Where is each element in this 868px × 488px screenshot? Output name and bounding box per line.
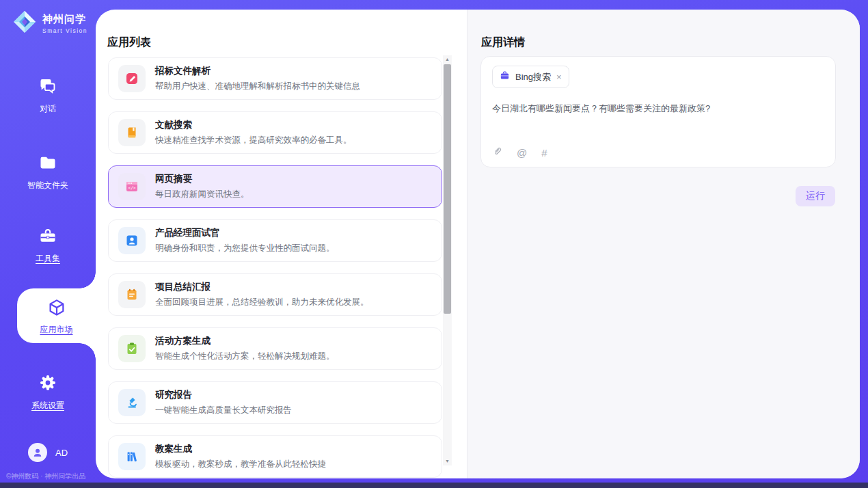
app-detail-section: 应用详情 Bing搜索 × 今日湖北有哪些新闻要点？有哪些需要关注的最新政策? xyxy=(467,10,860,478)
sidebar-item-chat[interactable]: 对话 xyxy=(0,77,96,115)
brand-logo: 神州问学 Smart Vision xyxy=(12,10,87,37)
sidebar-item-label: 智能文件夹 xyxy=(27,180,68,191)
brand-subtitle: Smart Vision xyxy=(42,27,87,34)
microscope-icon xyxy=(118,389,146,416)
briefcase-icon xyxy=(500,70,510,83)
sidebar-item-label: 应用市场 xyxy=(40,324,73,336)
scrollbar-down-icon[interactable]: ▼ xyxy=(443,457,452,465)
app-card-lesson-plan[interactable]: 教案生成 模板驱动，教案秒成，教学准备从此轻松快捷 xyxy=(108,435,442,478)
books-icon xyxy=(118,443,146,470)
copyright-footer: ©神州数码 · 神州问学出品 xyxy=(6,472,85,481)
edit-document-icon xyxy=(118,65,146,92)
app-card-project-summary[interactable]: 项目总结汇报 全面回顾项目进展，总结经验教训，助力未来优化发展。 xyxy=(108,273,442,316)
close-icon[interactable]: × xyxy=(556,72,562,82)
app-desc: 智能生成个性化活动方案，轻松解决规划难题。 xyxy=(155,351,335,362)
app-list-title: 应用列表 xyxy=(107,36,151,50)
app-list-scrollbar[interactable]: ▲ ▼ xyxy=(443,55,452,465)
browser-code-icon: </> xyxy=(118,173,146,200)
prompt-composer[interactable]: Bing搜索 × 今日湖北有哪些新闻要点？有哪些需要关注的最新政策? @ # xyxy=(480,56,836,167)
user-account[interactable]: AD xyxy=(0,443,96,462)
app-list-section: 应用列表 招标文件解析 帮助用户快速、准确地理解和解析招标书中的关键信息 xyxy=(96,10,467,478)
sidebar: 神州问学 Smart Vision 对话 智能文件夹 xyxy=(0,0,96,488)
composer-toolbar: @ # xyxy=(492,146,547,159)
clipboard-check-icon xyxy=(118,335,146,362)
app-title: 文献搜索 xyxy=(155,119,352,131)
notepad-icon xyxy=(118,281,146,308)
app-title: 教案生成 xyxy=(155,443,326,455)
cube-icon xyxy=(46,297,67,321)
chat-icon xyxy=(38,77,57,98)
app-desc: 明确身份和职责，为您提供专业性的面试问题。 xyxy=(155,243,335,254)
sidebar-item-label: 系统设置 xyxy=(31,400,64,411)
sidebar-item-settings[interactable]: 系统设置 xyxy=(0,373,96,411)
app-list: 招标文件解析 帮助用户快速、准确地理解和解析招标书中的关键信息 文献搜索 xyxy=(108,57,442,478)
app-title: 产品经理面试官 xyxy=(155,227,335,239)
brand-name: 神州问学 xyxy=(42,13,87,26)
sidebar-item-label: 工具集 xyxy=(36,253,60,265)
bottom-strip xyxy=(0,483,868,488)
sidebar-item-app-market-active[interactable]: 应用市场 xyxy=(17,288,96,343)
app-card-pm-interviewer[interactable]: 产品经理面试官 明确身份和职责，为您提供专业性的面试问题。 xyxy=(108,219,442,262)
app-desc: 一键智能生成高质量长文本研究报告 xyxy=(155,405,292,416)
app-card-web-summary-selected[interactable]: </> 网页摘要 每日政府新闻资讯快查。 xyxy=(108,165,442,208)
book-icon xyxy=(118,119,146,146)
diamond-logo-icon xyxy=(12,10,37,37)
scrollbar-up-icon[interactable]: ▲ xyxy=(443,55,452,64)
user-initials: AD xyxy=(55,448,68,458)
mention-icon[interactable]: @ xyxy=(517,147,527,159)
app-title: 招标文件解析 xyxy=(155,65,360,77)
app-card-research-report[interactable]: 研究报告 一键智能生成高质量长文本研究报告 xyxy=(108,381,442,424)
app-desc: 全面回顾项目进展，总结经验教训，助力未来优化发展。 xyxy=(155,297,369,308)
run-button[interactable]: 运行 xyxy=(796,186,835,206)
gear-icon xyxy=(38,373,57,395)
scrollbar-thumb[interactable] xyxy=(444,64,451,314)
app-desc: 帮助用户快速、准确地理解和解析招标书中的关键信息 xyxy=(155,81,360,92)
interviewer-icon xyxy=(118,227,146,254)
app-card-literature-search[interactable]: 文献搜索 快速精准查找学术资源，提高研究效率的必备工具。 xyxy=(108,111,442,154)
folder-icon xyxy=(38,153,57,175)
app-title: 网页摘要 xyxy=(155,173,249,185)
avatar[interactable] xyxy=(28,443,47,462)
app-shell: 神州问学 Smart Vision 对话 智能文件夹 xyxy=(0,0,868,488)
app-desc: 每日政府新闻资讯快查。 xyxy=(155,189,249,200)
sidebar-item-toolbox[interactable]: 工具集 xyxy=(0,226,96,265)
app-title: 研究报告 xyxy=(155,389,292,401)
sidebar-item-smart-folder[interactable]: 智能文件夹 xyxy=(0,153,96,191)
app-desc: 快速精准查找学术资源，提高研究效率的必备工具。 xyxy=(155,135,352,146)
app-card-bid-analysis[interactable]: 招标文件解析 帮助用户快速、准确地理解和解析招标书中的关键信息 xyxy=(108,57,442,100)
tool-tag-label: Bing搜索 xyxy=(515,71,551,83)
hash-icon[interactable]: # xyxy=(541,147,547,159)
tool-tag-bing-search[interactable]: Bing搜索 × xyxy=(492,66,569,88)
app-title: 项目总结汇报 xyxy=(155,281,369,293)
toolbox-icon xyxy=(38,226,57,248)
paperclip-icon[interactable] xyxy=(492,146,502,159)
app-desc: 模板驱动，教案秒成，教学准备从此轻松快捷 xyxy=(155,459,326,470)
main-panel: 应用列表 招标文件解析 帮助用户快速、准确地理解和解析招标书中的关键信息 xyxy=(96,10,860,478)
app-title: 活动方案生成 xyxy=(155,335,335,347)
app-detail-title: 应用详情 xyxy=(481,36,525,50)
sidebar-item-label: 对话 xyxy=(40,103,56,115)
svg-text:</>: </> xyxy=(128,185,135,190)
query-text[interactable]: 今日湖北有哪些新闻要点？有哪些需要关注的最新政策? xyxy=(492,103,824,115)
app-card-event-plan[interactable]: 活动方案生成 智能生成个性化活动方案，轻松解决规划难题。 xyxy=(108,327,442,370)
